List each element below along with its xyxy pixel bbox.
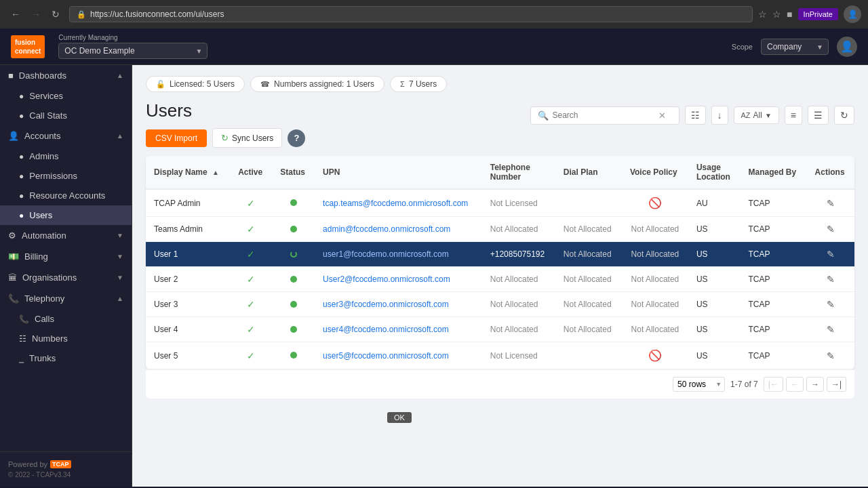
edit-icon[interactable]: ✎ (827, 249, 835, 260)
refresh-button[interactable]: ↻ (834, 106, 854, 125)
cell-actions[interactable]: ✎ (807, 267, 854, 292)
numbers-assigned-pill[interactable]: ☎ Numbers assigned: 1 Users (250, 76, 384, 92)
edit-icon[interactable]: ✎ (827, 324, 835, 335)
cell-upn[interactable]: user1@fcocdemo.onmicrosoft.com (315, 242, 482, 267)
admins-label: Admins (29, 151, 58, 161)
cell-managed-by: TCAP (741, 317, 807, 342)
prev-page-button[interactable]: ← (786, 377, 804, 392)
col-display-name[interactable]: Display Name ▲ (146, 156, 230, 189)
layers-button[interactable]: ☰ (808, 106, 829, 125)
edit-icon[interactable]: ✎ (827, 224, 835, 235)
cell-actions[interactable]: ✎ (807, 189, 854, 217)
sidebar-item-billing[interactable]: 💵 Billing ▼ (0, 246, 132, 267)
organisations-label: Organisations (22, 272, 77, 283)
last-page-button[interactable]: →| (827, 377, 846, 392)
cell-actions[interactable]: ✎ (807, 342, 854, 369)
filter-button[interactable]: ≡ (785, 106, 802, 125)
cell-actions[interactable]: ✎ (807, 292, 854, 317)
total-users-pill[interactable]: Σ 7 Users (390, 76, 447, 92)
col-active[interactable]: Active (230, 156, 272, 189)
cell-upn[interactable]: user5@fcocdemo.onmicrosoft.com (315, 342, 482, 369)
status-dot-icon (290, 226, 297, 232)
numbers-assigned-icon: ☎ (260, 80, 270, 89)
trunks-label: Trunks (29, 353, 56, 363)
licensed-pill[interactable]: 🔓 Licensed: 5 Users (146, 76, 245, 92)
csv-import-button[interactable]: CSV Import (146, 129, 207, 147)
sigma-icon: Σ (400, 80, 405, 88)
header-user-avatar[interactable]: 👤 (837, 37, 857, 57)
grid-view-button[interactable]: ☷ (685, 106, 706, 125)
cell-upn[interactable]: User2@fcocdemo.onmicrosoft.com (315, 267, 482, 292)
az-icon: AZ (741, 111, 751, 119)
help-button[interactable]: ? (288, 129, 305, 147)
filter-all-dropdown[interactable]: AZ All ▼ (734, 106, 779, 124)
scope-label: Scope (732, 43, 753, 51)
all-label: All (753, 110, 762, 120)
resource-accounts-label: Resource Accounts (29, 190, 105, 201)
sidebar-item-users[interactable]: ● Users (0, 205, 132, 225)
accounts-label: Accounts (24, 131, 60, 141)
cell-upn[interactable]: admin@fcocdemo.onmicrosoft.com (315, 217, 482, 242)
back-button[interactable]: ← (7, 7, 24, 21)
sidebar-item-resource-accounts[interactable]: ● Resource Accounts (0, 186, 132, 205)
edit-icon[interactable]: ✎ (827, 198, 835, 209)
sidebar-item-permissions[interactable]: ● Permissions (0, 166, 132, 186)
sidebar-item-numbers[interactable]: ☷ Numbers (0, 329, 132, 348)
reload-button[interactable]: ↻ (47, 7, 64, 21)
cell-voice-policy: Not Allocated (622, 267, 688, 292)
edit-icon[interactable]: ✎ (827, 274, 835, 285)
col-telephone[interactable]: TelephoneNumber (482, 156, 555, 189)
table-row[interactable]: TCAP Admin✓tcap.teams@fcocdemo.onmicroso… (146, 189, 854, 217)
col-dial-plan[interactable]: Dial Plan (555, 156, 622, 189)
sidebar-item-calls[interactable]: 📞 Calls (0, 309, 132, 329)
sidebar-item-admins[interactable]: ● Admins (0, 146, 132, 166)
cell-telephone: Not Licensed (482, 189, 555, 217)
cell-actions[interactable]: ✎ (807, 217, 854, 242)
first-page-button[interactable]: |← (764, 377, 783, 392)
cell-upn[interactable]: user3@fcocdemo.onmicrosoft.com (315, 292, 482, 317)
download-button[interactable]: ↓ (711, 106, 728, 125)
table-row[interactable]: User 3✓user3@fcocdemo.onmicrosoft.comNot… (146, 292, 854, 317)
search-box[interactable]: 🔍 ✕ (530, 106, 679, 125)
scope-select[interactable]: Company (761, 39, 829, 55)
table-row[interactable]: User 4✓user4@fcocdemo.onmicrosoft.comNot… (146, 317, 854, 342)
cell-upn[interactable]: tcap.teams@fcocdemo.onmicrosoft.com (315, 189, 482, 217)
address-bar[interactable]: 🔒 https://uc.fusionconnect.com/ui/users (69, 6, 753, 22)
sidebar-item-telephony[interactable]: 📞 Telephony ▲ (0, 288, 132, 309)
call-stats-label: Call Stats (29, 110, 67, 121)
next-page-button[interactable]: → (806, 377, 824, 392)
table-row[interactable]: User 2✓User2@fcocdemo.onmicrosoft.comNot… (146, 267, 854, 292)
col-upn[interactable]: UPN (315, 156, 482, 189)
sidebar-item-trunks[interactable]: ⎯ Trunks (0, 348, 132, 368)
numbers-label: Numbers (32, 333, 68, 344)
col-usage-location[interactable]: UsageLocation (688, 156, 741, 189)
cell-actions[interactable]: ✎ (807, 242, 854, 267)
sync-users-button[interactable]: ↻ Sync Users (212, 128, 282, 148)
table-row[interactable]: User 1✓user1@fcocdemo.onmicrosoft.com+12… (146, 242, 854, 267)
sidebar-item-automation[interactable]: ⚙ Automation ▼ (0, 225, 132, 246)
col-voice-policy[interactable]: Voice Policy (622, 156, 688, 189)
rows-per-page-select[interactable]: 50 rows 25 rows 100 rows (673, 377, 725, 392)
managing-select[interactable]: OC Demo Example (58, 43, 208, 59)
sidebar-item-organisations[interactable]: 🏛 Organisations ▼ (0, 267, 132, 288)
sidebar-item-services[interactable]: ● Services (0, 86, 132, 106)
clear-search-icon[interactable]: ✕ (658, 110, 666, 121)
app-header: fusion connect Currently Managing OC Dem… (0, 28, 868, 65)
user-avatar-button[interactable]: 👤 (844, 5, 861, 23)
forward-button[interactable]: → (27, 7, 45, 21)
sidebar-item-dashboards[interactable]: ■ Dashboards ▲ (0, 65, 132, 86)
check-icon: ✓ (247, 324, 255, 335)
col-managed-by[interactable]: Managed By (741, 156, 807, 189)
inprivate-button[interactable]: InPrivate (798, 8, 838, 20)
edit-icon[interactable]: ✎ (827, 299, 835, 310)
col-status[interactable]: Status (272, 156, 315, 189)
table-row[interactable]: Teams Admin✓admin@fcocdemo.onmicrosoft.c… (146, 217, 854, 242)
sidebar-item-accounts[interactable]: 👤 Accounts ▲ (0, 125, 132, 146)
search-input[interactable] (553, 110, 654, 120)
cell-upn[interactable]: user4@fcocdemo.onmicrosoft.com (315, 317, 482, 342)
edit-icon[interactable]: ✎ (827, 350, 835, 361)
table-row[interactable]: User 5✓user5@fcocdemo.onmicrosoft.comNot… (146, 342, 854, 369)
cell-actions[interactable]: ✎ (807, 317, 854, 342)
sidebar-item-call-stats[interactable]: ● Call Stats (0, 106, 132, 125)
cell-status (272, 342, 315, 369)
